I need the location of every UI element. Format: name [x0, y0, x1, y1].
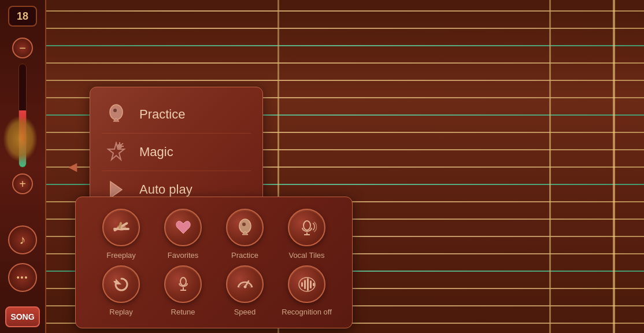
recognition-button[interactable]	[288, 265, 325, 303]
vocal-tiles-button[interactable]	[288, 209, 325, 246]
svg-line-29	[249, 283, 250, 284]
controls-panel: Freeplay Favorites Practice	[75, 197, 353, 328]
practice-mode-icon	[105, 103, 128, 126]
favorites-label: Favorites	[168, 251, 198, 260]
svg-marker-3	[108, 143, 124, 160]
svg-line-28	[240, 283, 241, 284]
autoplay-mode-label: Auto play	[139, 182, 193, 197]
freeplay-control[interactable]: Freeplay	[95, 209, 147, 260]
svg-marker-8	[110, 182, 122, 198]
string-1	[46, 10, 644, 12]
retune-button[interactable]	[164, 265, 202, 303]
song-button[interactable]: SONG	[5, 306, 40, 327]
svg-line-6	[121, 143, 123, 145]
replay-label: Replay	[109, 308, 132, 316]
music-button[interactable]: ♪	[8, 225, 37, 254]
practice-label: Practice	[231, 251, 258, 260]
controls-row-2: Replay Retune	[90, 265, 338, 316]
string-5	[46, 80, 644, 81]
svg-rect-31	[304, 280, 306, 289]
left-panel: 18 − + ♪ ••• SONG	[0, 0, 46, 333]
bridge-2	[549, 0, 551, 333]
replay-control[interactable]: Replay	[95, 265, 147, 316]
magic-mode-icon	[105, 140, 128, 164]
retune-label: Retune	[171, 308, 195, 316]
more-options-button[interactable]: •••	[8, 263, 37, 292]
freeplay-label: Freeplay	[106, 251, 136, 260]
svg-point-11	[117, 225, 126, 231]
svg-rect-33	[310, 280, 312, 288]
mode-magic-item[interactable]: Magic	[102, 134, 251, 171]
vocal-tiles-control[interactable]: Vocal Tiles	[281, 209, 333, 260]
bridge-3	[613, 0, 615, 333]
favorites-button[interactable]	[164, 209, 202, 246]
volume-minus-button[interactable]: −	[12, 38, 33, 58]
recognition-label: Recognition off	[282, 308, 332, 316]
recognition-control[interactable]: Recognition off	[281, 265, 333, 316]
volume-plus-button[interactable]: +	[12, 173, 33, 194]
svg-point-16	[304, 221, 310, 230]
svg-point-4	[117, 144, 122, 149]
favorites-control[interactable]: Favorites	[157, 209, 209, 260]
practice-mode-label: Practice	[139, 107, 185, 122]
music-note-icon: ♪	[20, 232, 26, 247]
speed-button[interactable]	[226, 265, 264, 303]
dots-icon: •••	[17, 273, 29, 282]
svg-point-21	[180, 278, 186, 286]
svg-rect-34	[313, 283, 314, 286]
practice-button[interactable]	[226, 209, 264, 246]
svg-rect-30	[301, 282, 303, 287]
freeplay-button[interactable]	[102, 209, 140, 246]
panel-arrow-indicator: ◀	[68, 160, 77, 173]
string-2	[46, 28, 644, 29]
replay-button[interactable]	[102, 265, 140, 303]
practice-control[interactable]: Practice	[219, 209, 271, 260]
svg-point-2	[113, 109, 117, 112]
speed-label: Speed	[234, 308, 256, 316]
string-3	[46, 45, 644, 46]
svg-point-15	[242, 223, 246, 226]
svg-rect-32	[307, 278, 309, 291]
string-4	[46, 62, 644, 64]
vocal-tiles-label: Vocal Tiles	[288, 251, 324, 260]
ornament-decoration	[3, 116, 38, 162]
magic-mode-label: Magic	[139, 145, 173, 160]
controls-row-1: Freeplay Favorites Practice	[90, 209, 338, 260]
mode-practice-item[interactable]: Practice	[102, 96, 251, 134]
svg-point-0	[110, 105, 123, 120]
retune-control[interactable]: Retune	[157, 265, 209, 316]
number-badge: 18	[8, 6, 37, 27]
svg-point-25	[243, 285, 246, 288]
speed-control[interactable]: Speed	[219, 265, 271, 316]
